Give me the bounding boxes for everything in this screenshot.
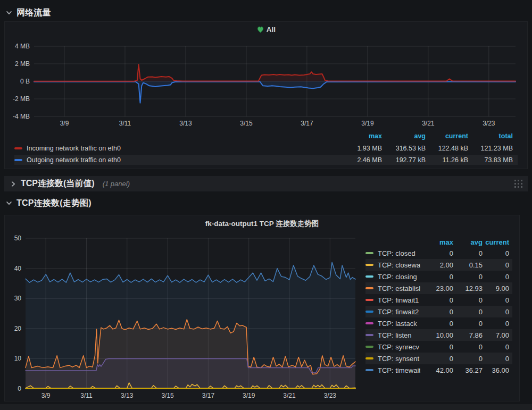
legend-series-toggle[interactable]: TCP: closing <box>365 273 420 281</box>
legend-sort-total[interactable]: total <box>468 132 513 140</box>
legend-value: 0 <box>453 249 483 257</box>
row-header-network[interactable]: 网络流量 <box>5 6 51 20</box>
legend-series-label[interactable]: Incoming network traffic on eth0 <box>27 145 121 152</box>
legend-series-toggle[interactable]: TCP: synrecv <box>365 343 420 351</box>
legend-series-toggle[interactable]: TCP: timewait <box>365 366 420 374</box>
legend-sort-max[interactable]: max <box>333 132 382 140</box>
series-color-icon[interactable] <box>365 275 373 278</box>
row-panel-count: (1 panel) <box>103 180 130 188</box>
next-row-edge <box>0 404 532 410</box>
row-drag-handle-icon[interactable] <box>514 179 523 189</box>
x-tick-label: 3/21 <box>283 392 296 399</box>
series-color-icon[interactable] <box>365 299 373 301</box>
series-color-icon[interactable] <box>365 252 373 254</box>
legend-series-label[interactable]: TCP: synsent <box>378 355 419 363</box>
legend-value: 0 <box>420 355 453 363</box>
legend-value: 0 <box>453 343 483 351</box>
x-tick-label: 3/23 <box>483 120 495 127</box>
y-tick-label: 0 <box>18 385 21 392</box>
legend-value: 1.93 MB <box>333 145 382 152</box>
legend-row: TCP: closed000 <box>365 247 512 259</box>
legend-series-toggle[interactable]: TCP: closed <box>365 249 420 257</box>
legend-row: TCP: closing000 <box>365 271 512 282</box>
legend-value: 7.00 <box>483 331 509 339</box>
row-title-network: 网络流量 <box>16 7 51 19</box>
legend-series-label[interactable]: Outgoing network traffic on eth0 <box>27 156 121 164</box>
legend-value: 23.00 <box>420 285 453 292</box>
legend-series-label[interactable]: TCP: closed <box>378 249 415 257</box>
legend-value: 0 <box>420 296 453 304</box>
series-color-icon[interactable] <box>365 334 373 336</box>
series-color-icon[interactable] <box>365 287 373 289</box>
x-tick-label: 3/19 <box>243 392 255 399</box>
legend-sort-current[interactable]: current <box>426 132 468 140</box>
legend-series-toggle[interactable]: TCP: finwait2 <box>365 308 420 316</box>
chevron-down-icon[interactable] <box>5 9 13 16</box>
legend-row: TCP: synrecv000 <box>365 341 512 353</box>
x-tick-label: 3/11 <box>119 120 131 127</box>
legend-sort-avg[interactable]: avg <box>453 238 483 246</box>
series-color-icon[interactable] <box>365 264 373 266</box>
legend-series-label[interactable]: TCP: lastack <box>378 320 417 328</box>
legend-series-toggle[interactable]: Outgoing network traffic on eth0 <box>14 156 333 164</box>
row-header-tcp-trend[interactable]: TCP连接数(走势图) <box>5 196 92 210</box>
legend-row: TCP: established23.0012.939.00 <box>365 282 512 294</box>
chevron-down-icon[interactable] <box>5 199 13 207</box>
legend-value: 0 <box>420 343 453 351</box>
legend-row: TCP: timewait42.0036.2736.00 <box>365 364 512 376</box>
legend-row: Incoming network traffic on eth01.93 MB3… <box>14 143 518 153</box>
row-title-tcp-trend: TCP连接数(走势图) <box>16 198 92 209</box>
legend-sort-avg[interactable]: avg <box>382 132 426 140</box>
y-tick-label: 30 <box>14 295 22 302</box>
legend-series-label[interactable]: TCP: closewait <box>378 261 420 269</box>
row-header-tcp-current[interactable]: TCP连接数(当前值) (1 panel) <box>4 176 528 191</box>
legend-row: Outgoing network traffic on eth02.46 MB1… <box>14 155 518 165</box>
legend-value: 36.27 <box>453 366 483 374</box>
legend-series-label[interactable]: TCP: listen <box>378 331 412 339</box>
chevron-right-icon[interactable] <box>10 180 17 188</box>
series-fill <box>34 64 516 81</box>
legend-series-label[interactable]: TCP: synrecv <box>378 343 419 351</box>
legend-row: TCP: listen10.007.867.00 <box>365 329 512 341</box>
legend-sort-max[interactable]: max <box>420 238 453 246</box>
legend-row: TCP: finwait2000 <box>365 306 512 317</box>
legend-series-toggle[interactable]: TCP: established <box>365 285 420 292</box>
x-tick-label: 3/9 <box>41 392 51 399</box>
legend-value: 36.00 <box>483 366 509 374</box>
legend-series-toggle[interactable]: TCP: synsent <box>365 355 420 363</box>
legend-series-label[interactable]: TCP: timewait <box>378 366 420 374</box>
x-tick-label: 3/17 <box>202 392 215 399</box>
legend-series-toggle[interactable]: TCP: finwait1 <box>365 296 420 304</box>
series-color-icon[interactable] <box>365 357 373 359</box>
x-tick-label: 3/19 <box>361 120 374 127</box>
legend-row: TCP: synsent000 <box>365 353 512 364</box>
y-tick-label: 50 <box>14 235 22 242</box>
x-tick-label: 3/15 <box>161 392 174 399</box>
x-tick-label: 3/9 <box>60 120 69 127</box>
series-color-icon[interactable] <box>365 311 373 313</box>
legend-series-label[interactable]: TCP: closing <box>378 273 417 281</box>
panel-network-traffic: All 4 MB2 MB0 B-2 MB-4 MB3/93/113/133/15… <box>4 21 528 169</box>
legend-series-toggle[interactable]: TCP: listen <box>365 331 420 339</box>
panel-tcp-trend: fk-data-output1 TCP 连接数走势图 010203040503/… <box>4 215 520 401</box>
x-tick-label: 3/17 <box>301 120 313 127</box>
legend-series-label[interactable]: TCP: finwait2 <box>378 308 419 316</box>
legend-series-toggle[interactable]: TCP: lastack <box>365 320 420 328</box>
legend-series-toggle[interactable]: TCP: closewait <box>365 261 420 269</box>
series-color-icon[interactable] <box>365 346 373 348</box>
series-color-icon[interactable] <box>365 322 373 324</box>
legend-value: 7.86 <box>453 331 483 339</box>
series-color-icon[interactable] <box>14 159 22 161</box>
legend-sort-current[interactable]: current <box>483 238 509 246</box>
legend-value: 0 <box>483 249 509 257</box>
x-tick-label: 3/11 <box>80 392 93 399</box>
legend-series-label[interactable]: TCP: established <box>378 285 420 292</box>
series-color-icon[interactable] <box>14 147 22 149</box>
legend-series-toggle[interactable]: Incoming network traffic on eth0 <box>14 145 333 152</box>
y-tick-label: 40 <box>14 265 22 272</box>
series-line[interactable] <box>26 262 355 282</box>
legend-value: 0.15 <box>453 261 483 269</box>
y-tick-label: -2 MB <box>13 95 30 103</box>
series-color-icon[interactable] <box>365 369 373 371</box>
legend-series-label[interactable]: TCP: finwait1 <box>378 296 419 304</box>
